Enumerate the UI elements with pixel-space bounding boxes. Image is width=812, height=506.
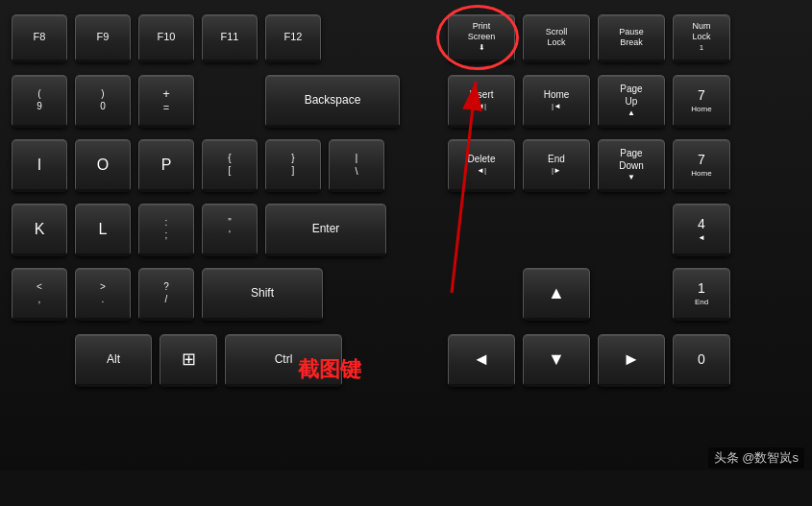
watermark: 头条 @数智岚s [708, 447, 804, 469]
key-up-arrow[interactable]: ▲ [523, 268, 590, 321]
key-alt[interactable]: Alt [75, 334, 152, 387]
key-backspace[interactable]: Backspace [265, 75, 400, 128]
key-left-arrow[interactable]: ◄ [448, 334, 515, 387]
key-quote[interactable]: " ' [202, 204, 258, 256]
key-f8[interactable]: F8 [12, 14, 67, 62]
key-o[interactable]: O [75, 139, 131, 192]
key-brace-close[interactable]: } ] [265, 139, 321, 192]
key-winmenu[interactable]: ⊞ [160, 334, 217, 387]
key-num0[interactable]: 0 [673, 334, 730, 387]
key-colon[interactable]: : ; [138, 204, 194, 256]
key-pausebreak[interactable]: Pause Break [598, 14, 665, 62]
key-shift[interactable]: Shift [202, 268, 323, 321]
key-home[interactable]: Home |◄ [523, 75, 590, 128]
key-num4[interactable]: 4 ◄ [673, 204, 730, 256]
key-printscreen[interactable]: Print Screen ⬇ [448, 14, 515, 62]
key-paren-close[interactable]: ) 0 [75, 75, 131, 128]
key-num1[interactable]: 1 End [673, 268, 730, 321]
key-enter[interactable]: Enter [265, 204, 386, 256]
key-pageup[interactable]: Page Up ▲ [598, 75, 665, 128]
key-question[interactable]: ? / [138, 268, 194, 321]
key-f10[interactable]: F10 [138, 14, 194, 62]
key-pagedown[interactable]: Page Down ▼ [598, 139, 665, 192]
key-gt[interactable]: > . [75, 268, 131, 321]
keyboard: F8 F9 F10 F11 F12 Print Screen ⬇ Scroll … [0, 0, 812, 470]
key-l[interactable]: L [75, 204, 131, 256]
key-p[interactable]: P [138, 139, 194, 192]
key-scrolllock[interactable]: Scroll Lock [523, 14, 590, 62]
key-plus-equals[interactable]: + = [138, 75, 194, 128]
key-brace-open[interactable]: { [ [202, 139, 258, 192]
key-f11[interactable]: F11 [202, 14, 258, 62]
key-right-arrow[interactable]: ► [598, 334, 665, 387]
key-num-end[interactable]: 7 Home [673, 139, 730, 192]
key-delete[interactable]: Delete ◄| [448, 139, 515, 192]
key-end[interactable]: End |► [523, 139, 590, 192]
key-numlock[interactable]: Num Lock 1 [673, 14, 730, 62]
key-lt[interactable]: < , [12, 268, 67, 321]
key-num7[interactable]: 7 Home [673, 75, 730, 128]
key-f12[interactable]: F12 [265, 14, 321, 62]
key-insert[interactable]: Insert ◄| [448, 75, 515, 128]
key-down-arrow[interactable]: ▼ [523, 334, 590, 387]
key-i[interactable]: I [12, 139, 67, 192]
key-k[interactable]: K [12, 204, 67, 256]
key-pipe[interactable]: | \ [329, 139, 384, 192]
key-f9[interactable]: F9 [75, 14, 131, 62]
key-paren-open[interactable]: ( 9 [12, 75, 67, 128]
caption-text: 截图键 [298, 355, 361, 384]
